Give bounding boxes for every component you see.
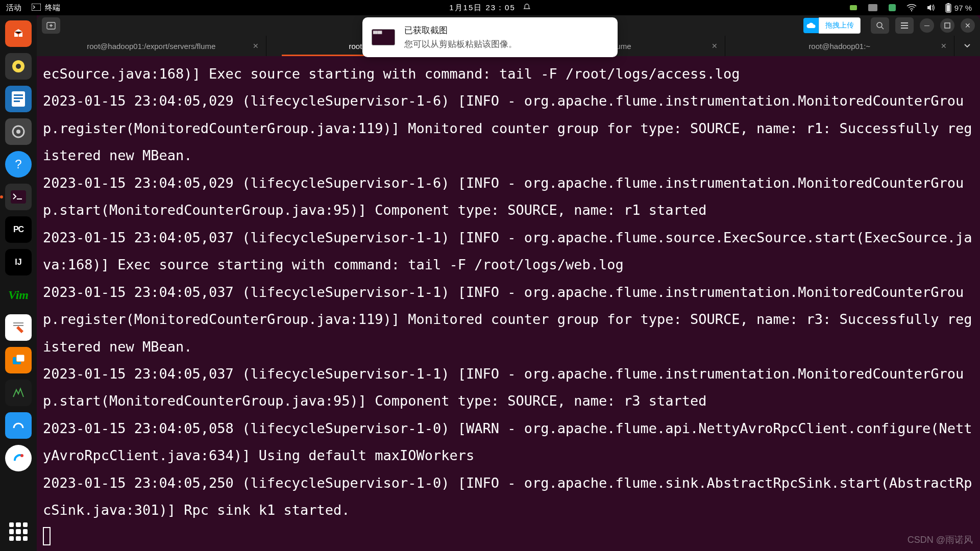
notification-title: 已获取截图	[404, 24, 517, 36]
notification-bell-icon	[523, 3, 531, 13]
svg-rect-0	[32, 4, 41, 11]
menu-button[interactable]	[895, 17, 914, 34]
terminal-icon	[32, 4, 41, 12]
notification-thumbnail: ▓▓▓▓	[372, 29, 395, 45]
svg-point-9	[16, 64, 21, 69]
close-icon[interactable]: ✕	[253, 42, 259, 50]
dock-settings[interactable]	[5, 118, 32, 145]
svg-rect-26	[945, 23, 950, 28]
svg-rect-16	[11, 190, 26, 204]
tab-label: root@hadoop01:~	[808, 42, 870, 51]
activities-button[interactable]: 活动	[6, 3, 21, 13]
terminal-body[interactable]: ecSource.java:168)] Exec source starting…	[37, 56, 980, 551]
watermark: CSDN @雨诺风	[908, 534, 973, 546]
svg-rect-12	[14, 97, 23, 99]
svg-rect-19	[13, 325, 23, 326]
tray-icon-2[interactable]	[868, 3, 878, 13]
svg-point-25	[877, 22, 882, 28]
dock-pycharm[interactable]: PC	[5, 216, 32, 243]
volume-icon[interactable]	[926, 3, 936, 13]
new-tab-button[interactable]	[42, 17, 60, 34]
svg-rect-18	[13, 322, 23, 323]
datetime-text: 1月15日 23：05	[449, 3, 516, 13]
screenshot-notification[interactable]: ▓▓▓▓ 已获取截图 您可以从剪贴板粘贴该图像。	[362, 17, 618, 57]
dock-baidu[interactable]	[5, 445, 32, 471]
tab-1[interactable]: root@hadoop01:/export/servers/flume✕	[37, 36, 266, 56]
dock-software-center[interactable]	[5, 20, 32, 47]
close-icon[interactable]: ✕	[712, 42, 718, 50]
dock: ? PC IJ Vim	[0, 15, 37, 551]
dock-libreoffice[interactable]	[5, 86, 32, 112]
svg-point-15	[16, 130, 20, 134]
wifi-icon[interactable]	[906, 3, 917, 13]
svg-point-22	[11, 451, 26, 465]
tray-icon-1[interactable]	[848, 3, 859, 13]
svg-rect-2	[868, 4, 877, 11]
upload-widget[interactable]: 拖拽上传	[803, 17, 861, 34]
search-button[interactable]	[871, 17, 889, 34]
svg-point-23	[20, 454, 23, 457]
dock-help[interactable]: ?	[5, 151, 32, 178]
battery-indicator[interactable]: 97 %	[945, 3, 972, 13]
top-panel: 活动 终端 1月15日 23：05 97 %	[0, 0, 980, 15]
svg-rect-3	[889, 4, 896, 11]
svg-point-4	[911, 10, 912, 11]
svg-rect-13	[14, 101, 20, 102]
dock-app-2[interactable]	[5, 412, 32, 439]
upload-label: 拖拽上传	[819, 17, 861, 34]
close-icon[interactable]: ✕	[941, 42, 947, 50]
dock-terminal[interactable]	[5, 184, 32, 210]
svg-rect-1	[850, 5, 857, 10]
terminal-window: 拖拽上传 ─ ✕ root@hadoop01:/export/servers/f…	[37, 15, 980, 551]
minimize-button[interactable]: ─	[920, 18, 934, 33]
app-name: 终端	[45, 3, 60, 13]
dock-app-1[interactable]	[5, 380, 32, 406]
dock-rhythmbox[interactable]	[5, 53, 32, 80]
svg-rect-21	[16, 355, 24, 362]
cursor	[43, 527, 51, 545]
svg-rect-6	[947, 3, 949, 4]
maximize-button[interactable]	[940, 18, 954, 33]
tab-label: root@hadoop01:/export/servers/flume	[87, 42, 215, 51]
notification-message: 您可以从剪贴板粘贴该图像。	[404, 38, 517, 50]
terminal-output: ecSource.java:168)] Exec source starting…	[43, 60, 974, 524]
tab-dropdown[interactable]	[954, 36, 980, 56]
dock-gedit[interactable]	[5, 314, 32, 341]
clock[interactable]: 1月15日 23：05	[449, 3, 531, 13]
tray-icon-3[interactable]	[887, 3, 897, 13]
svg-rect-7	[946, 5, 950, 12]
dock-vim[interactable]: Vim	[5, 282, 32, 308]
battery-text: 97 %	[954, 4, 972, 12]
svg-rect-11	[14, 94, 23, 96]
dock-intellij[interactable]: IJ	[5, 249, 32, 276]
close-button[interactable]: ✕	[961, 18, 975, 33]
cloud-icon	[803, 18, 819, 33]
dock-show-apps[interactable]	[5, 518, 32, 545]
dock-vmware[interactable]	[5, 347, 32, 373]
tab-4[interactable]: root@hadoop01:~✕	[725, 36, 955, 56]
current-app[interactable]: 终端	[32, 3, 60, 13]
